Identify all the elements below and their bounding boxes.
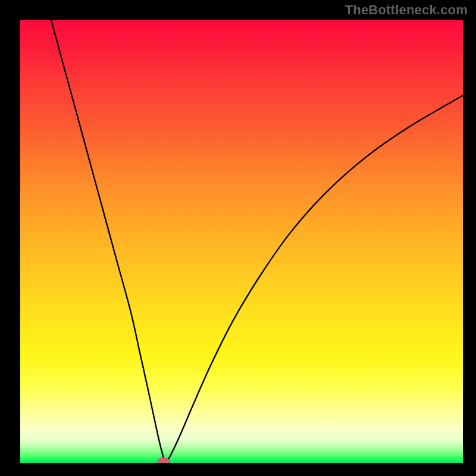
chart-frame: TheBottleneck.com [0, 0, 476, 476]
minimum-marker [157, 458, 170, 463]
bottleneck-curve [20, 20, 463, 463]
attribution-text: TheBottleneck.com [345, 2, 468, 18]
plot-viewport [20, 20, 463, 463]
